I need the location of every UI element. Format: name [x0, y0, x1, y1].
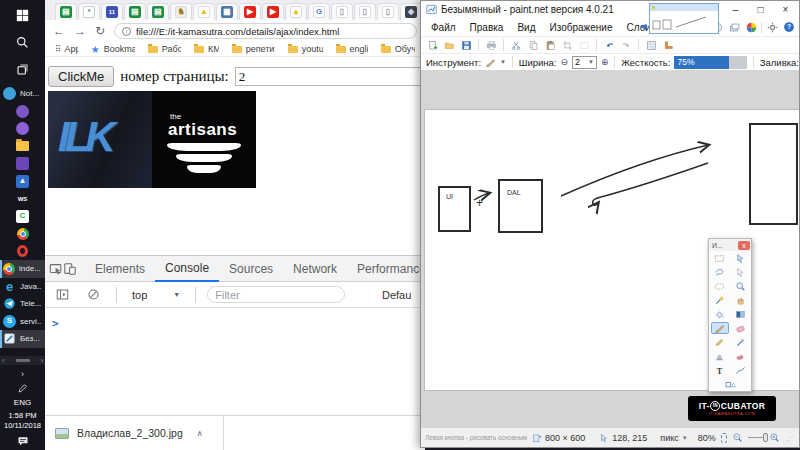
browser-tab-drive[interactable]: ▲ — [285, 3, 307, 20]
reload-button[interactable]: ↻ — [95, 24, 105, 38]
taskbar-item-webstorm[interactable]: WS — [0, 190, 45, 208]
taskbar-item-telegram[interactable]: Tele... — [0, 295, 45, 313]
paintbrush-tool[interactable] — [711, 322, 729, 335]
taskbar-item-chrome[interactable]: inde... — [0, 260, 45, 278]
resize-grip[interactable]: ⋰ — [787, 434, 795, 442]
taskbar-item-globe-app[interactable]: Not... — [0, 85, 45, 103]
search-icon[interactable] — [0, 33, 45, 51]
width-decrease-button[interactable]: ⊖ — [561, 57, 569, 67]
windows-ink-icon[interactable] — [17, 383, 28, 394]
device-toolbar-icon[interactable] — [63, 257, 77, 281]
copy-button[interactable] — [526, 38, 540, 52]
magic-wand-tool[interactable] — [711, 294, 729, 307]
browser-tab-settings[interactable]: * — [78, 3, 100, 20]
text-tool[interactable]: T — [711, 364, 729, 377]
image-thumbnail-panel[interactable] — [649, 3, 719, 34]
bookmark-youtube[interactable]: youtube — [288, 44, 323, 54]
language-indicator[interactable]: ENG — [14, 398, 31, 407]
devtools-tab-network[interactable]: Network — [283, 256, 347, 282]
console-sidebar-icon[interactable] — [50, 283, 74, 307]
hardness-slider[interactable]: 75% — [674, 56, 747, 69]
move-selected-pixels-tool[interactable] — [732, 252, 750, 265]
fit-window-icon[interactable] — [721, 433, 727, 443]
download-filename[interactable]: Владислав_2_300.jpg — [77, 427, 183, 439]
browser-tab-doc[interactable]: ▯ — [331, 3, 353, 20]
browser-tab-youtube[interactable]: ▶ — [239, 3, 261, 20]
minimize-button[interactable]: – — [723, 1, 748, 17]
address-bar[interactable]: i file:///E:/it-kamasutra.com/details/aj… — [114, 23, 417, 39]
tools-palette-close-button[interactable]: x — [738, 241, 750, 250]
units-dropdown[interactable]: пикс ▼ — [660, 433, 687, 443]
devtools-tab-console[interactable]: Console — [155, 256, 219, 282]
clear-console-icon[interactable] — [81, 283, 105, 307]
taskbar-item-skype[interactable]: Sservi... — [0, 313, 45, 331]
taskbar-item-edge[interactable]: eJava... — [0, 278, 45, 296]
clickme-button[interactable]: ClickMe — [48, 66, 114, 87]
help-button[interactable]: ? — [782, 20, 796, 34]
console-filter-input[interactable] — [207, 286, 345, 303]
browser-tab-sheets[interactable]: ▤ — [147, 3, 169, 20]
clone-stamp-tool[interactable] — [711, 350, 729, 363]
scroll-right-icon[interactable]: › — [41, 357, 43, 364]
tools-palette-titlebar[interactable]: И... x — [709, 239, 751, 251]
colors-window-toggle[interactable] — [744, 20, 758, 34]
browser-tab-sheets[interactable]: ▤ — [124, 3, 146, 20]
zoom-tool[interactable] — [732, 280, 750, 293]
taskbar-item-viber[interactable] — [0, 120, 45, 138]
taskbar-item-opera[interactable] — [0, 243, 45, 261]
taskbar-item-photos[interactable]: ▲ — [0, 173, 45, 191]
ellipse-select-tool[interactable] — [711, 280, 729, 293]
browser-tab-drive[interactable]: ▲ — [193, 3, 215, 20]
zoom-in-icon[interactable] — [769, 432, 780, 443]
browser-tab-chess[interactable]: ♞ — [170, 3, 192, 20]
crop-button[interactable] — [560, 38, 574, 52]
zoom-slider-thumb[interactable] — [763, 433, 768, 442]
browser-tab-dark-app[interactable]: ◆ — [400, 3, 422, 20]
browser-tab-doc[interactable]: ▯ — [354, 3, 376, 20]
lasso-select-tool[interactable] — [711, 266, 729, 279]
settings-button[interactable] — [765, 20, 779, 34]
bookmark-bookmarks[interactable]: ★Bookmarks — [91, 44, 135, 55]
tool-dropdown-caret[interactable]: ▼ — [500, 59, 506, 65]
browser-tab-blue-app[interactable]: ▦ — [216, 3, 238, 20]
gradient-tool[interactable] — [732, 308, 750, 321]
back-button[interactable]: ← — [53, 24, 65, 38]
maximize-button[interactable]: □ — [748, 1, 773, 17]
zoom-slider[interactable] — [748, 433, 764, 442]
redo-button[interactable] — [619, 38, 633, 52]
paste-button[interactable] — [543, 38, 557, 52]
recolor-tool[interactable] — [732, 350, 750, 363]
undo-button[interactable] — [602, 38, 616, 52]
line-curve-tool[interactable] — [732, 364, 750, 377]
width-input[interactable]: 2 ▼ — [572, 56, 597, 69]
scroll-left-icon[interactable]: ‹ — [2, 357, 4, 364]
active-tool-icon[interactable] — [485, 57, 496, 68]
taskbar-item-movie-app[interactable] — [0, 155, 45, 173]
move-selection-tool[interactable] — [732, 266, 750, 279]
forward-button[interactable]: → — [74, 24, 86, 38]
browser-tab-google[interactable]: G — [308, 3, 330, 20]
width-increase-button[interactable]: ⊕ — [601, 57, 609, 67]
deselect-button[interactable] — [577, 38, 591, 52]
eraser-tool[interactable] — [732, 322, 750, 335]
console-output[interactable]: > — [45, 308, 425, 331]
grid-button[interactable] — [644, 38, 658, 52]
devtools-tab-elements[interactable]: Elements — [85, 256, 155, 282]
console-context-selector[interactable]: top ▼ — [128, 289, 184, 301]
start-button[interactable] — [0, 6, 45, 24]
ruler-button[interactable] — [661, 38, 675, 52]
page-number-input[interactable] — [235, 67, 421, 86]
rectangle-select-tool[interactable] — [711, 252, 729, 265]
download-menu-caret[interactable]: ∧ — [197, 429, 203, 438]
browser-tab-youtube[interactable]: ▶ — [262, 3, 284, 20]
print-button[interactable] — [484, 38, 498, 52]
bookmark-apps[interactable]: ⠿Apps — [55, 44, 78, 54]
taskbar-item-chrome-colorful[interactable] — [0, 225, 45, 243]
close-button[interactable]: × — [773, 1, 798, 17]
taskbar-item-paintnet[interactable]: Без... — [0, 330, 45, 348]
bookmark-english[interactable]: english — [336, 44, 368, 54]
layers-window-toggle[interactable] — [727, 20, 741, 34]
task-view-icon[interactable] — [0, 60, 45, 78]
taskbar-item-camtasia[interactable] — [0, 103, 45, 121]
browser-tab-sheets[interactable]: ▤ — [55, 3, 77, 20]
